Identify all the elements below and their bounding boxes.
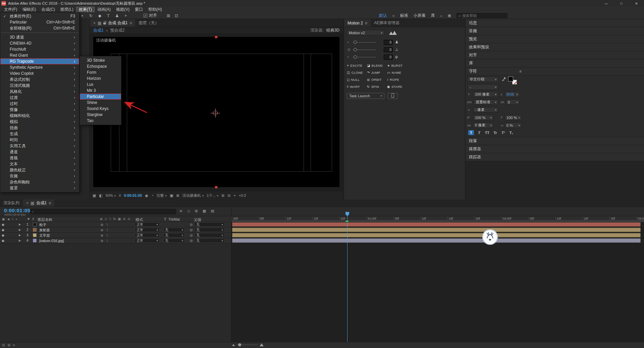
motion-button[interactable]: ◎ORBIT (367, 76, 387, 83)
effect-menu-category[interactable]: 文本 › (0, 161, 79, 167)
timeline-button-icon[interactable]: ⊟ (227, 193, 230, 198)
menubar-item[interactable]: 动画(A) (95, 7, 113, 12)
type-toggle-button[interactable]: T₁ (508, 130, 514, 135)
panel-menu-icon[interactable]: ≡ (519, 69, 522, 74)
effect-menu-category[interactable]: Synthetic Aperture › (0, 64, 79, 70)
workspace-bar-icon[interactable]: ▣ (448, 13, 451, 18)
anchor-icon[interactable]: ⊥ (395, 47, 398, 52)
horizontal-scale-dropdown[interactable]: 100 %▾ (504, 115, 522, 120)
workspace-library[interactable]: 库 (431, 13, 435, 18)
index-column-icon[interactable]: # (32, 217, 34, 221)
shape-tool-icon[interactable]: + (124, 13, 127, 18)
menubar-item[interactable]: 文件(F) (1, 7, 20, 12)
effect-menu-category[interactable]: RG Trapcode › (0, 58, 79, 64)
motion-button[interactable]: ◊WARP (347, 83, 367, 90)
mountain-icon[interactable] (389, 31, 397, 35)
table-row[interactable]: ◉ ▶ 2 发射器 ◍ ∖ 正常▾ 无▾ ◎ 无▾ (0, 227, 644, 233)
panel-menu-icon[interactable]: ≡ (49, 201, 51, 206)
type-toggle-button[interactable]: T (468, 130, 474, 135)
keyframe-marker[interactable] (345, 221, 348, 222)
pickwhip-icon[interactable]: ◎ (190, 228, 193, 232)
panel-header[interactable]: 对齐 (466, 51, 644, 59)
type-toggle-button[interactable]: T (476, 130, 482, 135)
layer-color-swatch[interactable] (33, 233, 37, 237)
zoom-slider-track[interactable] (237, 345, 258, 345)
grid-options-icon[interactable]: ⊞ (167, 13, 170, 18)
eye-icon[interactable]: ◉ (2, 217, 5, 221)
label-color-icon[interactable]: ◆ (28, 217, 30, 220)
column-mode[interactable]: 模式 (136, 217, 143, 222)
resolution-dropdown[interactable]: 完整▾ (157, 193, 167, 198)
snapshot-icon[interactable]: ▦ (93, 193, 96, 198)
effect-menu-category[interactable]: Video Copilot › (0, 70, 79, 76)
comp-bottom-handle[interactable] (215, 186, 217, 188)
effect-menu-category[interactable]: 沉浸式视频 › (0, 82, 79, 89)
exposure-icon[interactable]: ◔ (151, 193, 154, 197)
workspace-overflow-icon[interactable]: » (440, 14, 442, 18)
panel-header-character[interactable]: 字符 ≡ (466, 67, 644, 75)
slider-knob[interactable] (354, 48, 357, 51)
workspace-standard[interactable]: 标准 (400, 13, 408, 18)
motion-button[interactable]: ▭NAME (387, 69, 408, 76)
panel-header[interactable]: 信息 (466, 19, 644, 27)
fill-color-swatch[interactable] (508, 76, 513, 81)
slider-knob[interactable] (354, 55, 357, 59)
effect-menu-category[interactable]: 音频 › (0, 173, 79, 179)
timeline-divider[interactable] (231, 207, 231, 342)
slider-left-icon[interactable]: ‹ (347, 40, 349, 44)
camera-tool-icon[interactable]: ⌖ (81, 13, 84, 18)
effect-menu-category[interactable]: 表达式控制 › (0, 76, 79, 82)
menu-item-effect-controls[interactable]: ✓ 效果控件(E) F3 (0, 13, 79, 19)
parent-dropdown[interactable]: 无▾ (195, 222, 225, 227)
effect-menu-category[interactable]: 通道 › (0, 149, 79, 155)
tracking-dropdown[interactable]: 0▾ (506, 99, 520, 105)
trkmat-dropdown[interactable]: 无▾ (163, 228, 185, 232)
motion-button[interactable]: ◫CLONE (347, 69, 367, 76)
menu-item-remove-all[interactable]: 全部移除(R) Ctrl+Shift+E (0, 25, 79, 31)
layer-switches[interactable]: ◍ ∖ (101, 228, 108, 232)
motion-button[interactable]: +EXCITE (347, 62, 367, 69)
menubar-item[interactable]: 效果(T) (76, 7, 95, 12)
menubar-item[interactable]: 视图(V) (113, 7, 132, 12)
breadcrumb-active[interactable]: 合成1 (93, 27, 104, 33)
table-row[interactable]: ◉ ▶ 4 [nature-016.jpg] ◍ ∖ 正常▾ 无▾ ◎ 无▾ (0, 238, 644, 243)
mask-tool-icon[interactable]: ◆ (98, 13, 101, 18)
menubar-item[interactable]: 帮助(H) (146, 7, 165, 12)
effect-menu-category[interactable]: 模糊和锐化 › (0, 113, 79, 119)
submenu-item[interactable]: Echospace (80, 63, 121, 69)
help-search-input[interactable] (462, 14, 499, 18)
proportional-spacing-dropdown[interactable]: 0 %▾ (504, 122, 522, 128)
pickwhip-icon[interactable]: ◎ (190, 233, 193, 237)
view-count-dropdown[interactable]: 1个...▾ (207, 193, 218, 198)
camera-view-dropdown[interactable]: 活动摄像机▾ (182, 193, 204, 198)
trash-button[interactable] (388, 93, 398, 99)
leading-dropdown[interactable]: - 像素▾ (473, 107, 498, 113)
tab-motion2[interactable]: Motion 2 ≡ (344, 19, 371, 27)
menubar-item[interactable]: 编辑(E) (20, 7, 39, 12)
rotation-tool-icon[interactable]: ↻ (89, 13, 93, 18)
menubar-item[interactable]: 窗口 (132, 7, 146, 12)
effect-menu-category[interactable]: 抠像 › (0, 107, 79, 113)
channels-icon[interactable]: ◧ (99, 193, 102, 198)
effect-menu-category[interactable]: 实用工具 › (0, 143, 79, 149)
effect-menu-category[interactable]: 时间 › (0, 137, 79, 143)
pose-icon[interactable]: ψ (395, 55, 398, 59)
effect-menu-category[interactable]: 生成 › (0, 131, 79, 137)
panel-header[interactable]: 摇摆器 (466, 145, 644, 153)
snap-checkbox[interactable]: ✓ (144, 14, 147, 17)
effect-menu-category[interactable]: 模拟 › (0, 119, 79, 125)
tab-layer[interactable]: 图层（无） (135, 19, 162, 27)
blend-mode-dropdown[interactable]: 正常▾ (135, 228, 160, 232)
layer-switches[interactable]: ◍ ∖ (101, 234, 108, 237)
comp-timecode[interactable]: 0:00:01:05 (124, 193, 142, 197)
fill-stroke-swatch[interactable] (508, 76, 518, 85)
kerning-dropdown[interactable]: 度量标准▾ (474, 99, 498, 105)
panel-header[interactable]: 音频 (466, 27, 644, 35)
motion-version-dropdown[interactable]: Motion v2▾ (347, 30, 384, 36)
layer-duration-bar[interactable] (232, 233, 641, 237)
column-switches-icons[interactable]: ◍ ◇ ∖ fx ▦ ⊘ ⊙ (100, 217, 130, 221)
font-style-dropdown[interactable]: -▾ (468, 84, 498, 90)
tab-render-queue[interactable]: 渲染队列 (0, 199, 23, 207)
close-button[interactable]: ✕ (629, 0, 644, 7)
submenu-item[interactable]: Horizon (80, 75, 121, 81)
